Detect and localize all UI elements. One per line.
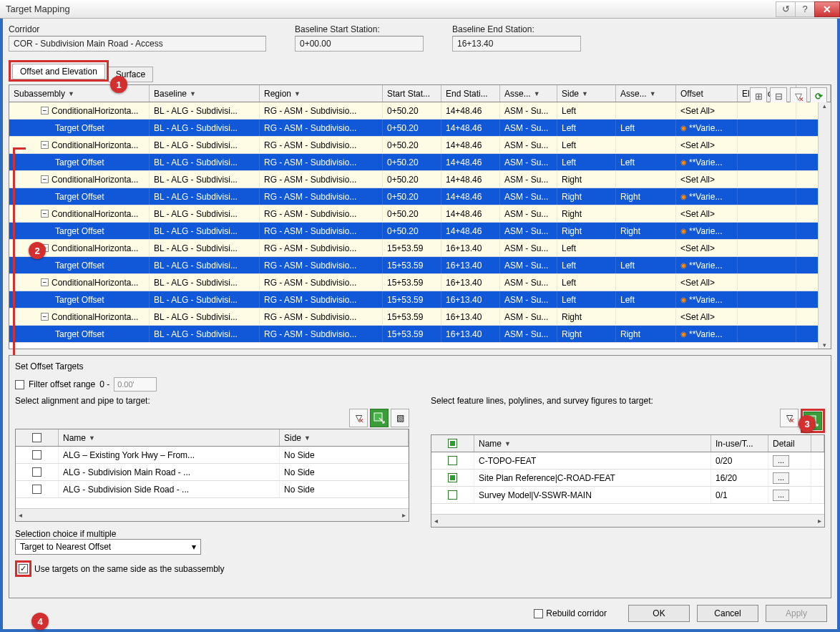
table-row[interactable]: −ConditionalHorizonta...BL - ALG - Subdi…	[9, 102, 831, 120]
target-icon: ◉	[680, 296, 687, 303]
target-icon: ◉	[680, 124, 687, 132]
left-col-side[interactable]: Side▼	[280, 429, 409, 446]
table-row[interactable]: Target OffsetBL - ALG - Subdivisi...RG -…	[9, 188, 831, 205]
detail-button[interactable]: ...	[773, 455, 789, 467]
rebuild-corridor-label: Rebuild corridor	[546, 608, 607, 618]
table-row[interactable]: −ConditionalHorizonta...BL - ALG - Subdi…	[9, 274, 831, 291]
target-icon: ◉	[680, 330, 687, 338]
left-layers-button[interactable]: ▧	[391, 409, 409, 427]
callout-3: 3	[799, 415, 816, 432]
list-item[interactable]: ALG - Subdivision Main Road - ...No Side	[16, 464, 409, 481]
target-icon: ◉	[680, 158, 687, 166]
baseline-end-field: 16+13.40	[452, 36, 581, 52]
table-row[interactable]: −ConditionalHorizonta...BL - ALG - Subdi…	[9, 171, 831, 188]
col-assembly2[interactable]: Asse...▼	[616, 85, 676, 102]
table-row[interactable]: Target OffsetBL - ALG - Subdivisi...RG -…	[9, 154, 831, 171]
collapse-icon[interactable]: −	[41, 313, 49, 321]
apply-button[interactable]: Apply	[766, 605, 827, 622]
same-side-label: Use targets on the same side as the suba…	[34, 564, 224, 574]
callout-box-4	[15, 560, 31, 577]
chevron-down-icon: ▾	[192, 542, 196, 552]
col-region[interactable]: Region▼	[260, 85, 383, 102]
table-row[interactable]: Target OffsetBL - ALG - Subdivisi...RG -…	[9, 291, 831, 308]
filter-offset-label: Filter offset range	[29, 379, 95, 389]
targets-grid: Subassembly▼ Baseline▼ Region▼ Start Sta…	[9, 84, 831, 349]
list-item[interactable]: Survey Model|V-SSWR-MAIN0/1...	[431, 487, 824, 504]
table-row[interactable]: Target OffsetBL - ALG - Subdivisi...RG -…	[9, 223, 831, 240]
right-filter-clear-button[interactable]: ▽✕	[780, 409, 799, 427]
right-check-all[interactable]	[431, 435, 474, 452]
table-row[interactable]: −ConditionalHorizonta...BL - ALG - Subdi…	[9, 240, 831, 257]
vertical-scrollbar[interactable]: ▴▾	[818, 102, 831, 349]
list-item[interactable]: Site Plan Reference|C-ROAD-FEAT16/20...	[431, 470, 824, 487]
col-start-station[interactable]: Start Stat...	[383, 85, 441, 102]
list-item[interactable]: ALG - Subdivision Side Road - ...No Side	[16, 481, 409, 498]
left-check-all[interactable]	[16, 429, 59, 446]
left-hscroll[interactable]: ◂▸	[16, 508, 409, 521]
list-item[interactable]: C-TOPO-FEAT0/20...	[431, 452, 824, 470]
row-checkbox[interactable]	[448, 473, 457, 482]
left-subheader: Select alignment and pipe to target:	[15, 396, 409, 406]
col-offset[interactable]: Offset	[676, 85, 738, 102]
lower-title: Set Offset Targets	[15, 361, 825, 371]
row-checkbox[interactable]	[448, 456, 457, 465]
collapse-icon[interactable]: −	[41, 141, 49, 149]
window-title: Target Mapping	[6, 4, 70, 14]
table-row[interactable]: Target OffsetBL - ALG - Subdivisi...RG -…	[9, 120, 831, 137]
table-row[interactable]: Target OffsetBL - ALG - Subdivisi...RG -…	[9, 257, 831, 274]
corridor-field: COR - Subdivision Main Road - Access	[9, 36, 266, 52]
rebuild-corridor-checkbox[interactable]	[534, 609, 543, 618]
left-col-name[interactable]: Name▼	[59, 429, 280, 446]
alignments-grid: Name▼ Side▼ ALG – Existing York Hwy – Fr…	[15, 429, 409, 522]
help-button[interactable]: ?	[795, 1, 815, 17]
right-col-inuse[interactable]: In-use/T...	[711, 435, 768, 452]
collapse-icon[interactable]: −	[41, 175, 49, 183]
collapse-icon[interactable]: −	[41, 210, 49, 218]
callout-1: 1	[110, 76, 127, 93]
corridor-label: Corridor	[9, 24, 266, 34]
detail-button[interactable]: ...	[773, 490, 789, 501]
col-baseline[interactable]: Baseline▼	[150, 85, 260, 102]
callout-4: 4	[31, 613, 49, 630]
right-hscroll[interactable]: ◂▸	[431, 514, 824, 527]
table-row[interactable]: −ConditionalHorizonta...BL - ALG - Subdi…	[9, 205, 831, 223]
row-checkbox[interactable]	[32, 485, 41, 494]
right-subheader: Select feature lines, polylines, and sur…	[431, 396, 825, 406]
reset-button[interactable]: ↺	[776, 1, 796, 17]
target-icon: ◉	[680, 193, 687, 200]
row-checkbox[interactable]	[32, 450, 41, 460]
selection-choice-label: Selection choice if multiple	[15, 529, 409, 539]
row-checkbox[interactable]	[448, 490, 457, 500]
tab-offset-elevation[interactable]: Offset and Elevation	[12, 64, 105, 79]
col-end-station[interactable]: End Stati...	[441, 85, 500, 102]
left-filter-clear-button[interactable]: ▽✕	[349, 409, 368, 427]
table-row[interactable]: −ConditionalHorizonta...BL - ALG - Subdi…	[9, 308, 831, 326]
same-side-checkbox[interactable]	[19, 564, 28, 573]
col-subassembly[interactable]: Subassembly▼	[9, 85, 150, 102]
target-icon: ◉	[680, 261, 687, 269]
list-item[interactable]: ALG – Existing York Hwy – From...No Side	[16, 447, 409, 464]
table-row[interactable]: Target OffsetBL - ALG - Subdivisi...RG -…	[9, 326, 831, 343]
ok-button[interactable]: OK	[628, 605, 690, 622]
filter-offset-checkbox[interactable]	[15, 380, 24, 389]
callout-bracket-2	[13, 147, 26, 376]
table-row[interactable]: −ConditionalHorizonta...BL - ALG - Subdi…	[9, 137, 831, 154]
right-col-name[interactable]: Name▼	[474, 435, 711, 452]
selection-choice-dropdown[interactable]: Target to Nearest Offset▾	[15, 539, 201, 555]
cancel-button[interactable]: Cancel	[697, 605, 758, 622]
filter-zero: 0 -	[99, 379, 109, 389]
filter-offset-input[interactable]	[114, 377, 157, 392]
target-icon: ◉	[680, 227, 687, 235]
col-assembly[interactable]: Asse...▼	[500, 85, 557, 102]
detail-button[interactable]: ...	[773, 472, 789, 484]
left-select-button[interactable]	[370, 409, 389, 427]
set-offset-targets-panel: Set Offset Targets Filter offset range 0…	[9, 355, 831, 598]
col-side[interactable]: Side▼	[557, 85, 616, 102]
right-col-detail[interactable]: Detail	[768, 435, 811, 452]
callout-box-1: Offset and Elevation	[9, 60, 109, 82]
close-button[interactable]: ✕	[814, 1, 840, 17]
baseline-start-label: Baseline Start Station:	[295, 24, 424, 34]
collapse-icon[interactable]: −	[41, 107, 49, 115]
collapse-icon[interactable]: −	[41, 278, 49, 286]
row-checkbox[interactable]	[32, 467, 41, 477]
